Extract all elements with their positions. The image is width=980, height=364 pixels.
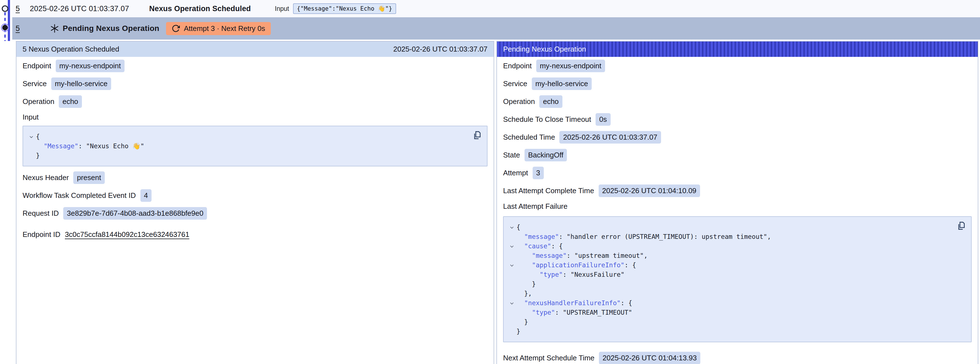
code-content: "Message": "Nexus Echo 👋" [36, 141, 144, 151]
attempt-retry-badge: Attempt 3 · Next Retry 0s [166, 22, 271, 35]
event-input-preview-chip: {"Message":"Nexus Echo 👋"} [293, 3, 396, 14]
field-label: Scheduled Time [503, 133, 555, 142]
event-timeline-gutter [0, 0, 13, 41]
code-gutter [27, 141, 36, 151]
field-label: Service [503, 80, 527, 88]
field-nexus-header: Nexus Header present [22, 169, 487, 187]
event-row-scheduled[interactable]: 5 2025-02-26 UTC 01:03:37.07 Nexus Opera… [12, 0, 980, 17]
field-state: State BackingOff [503, 146, 972, 164]
code-content: "applicationFailureInfo": { [517, 260, 636, 270]
code-content: { [517, 222, 520, 232]
json-code-line: "cause": { [507, 241, 951, 251]
right-panel-header-striped: Pending Nexus Operation [497, 42, 978, 57]
code-gutter [507, 270, 517, 279]
last-attempt-failure-label: Last Attempt Failure [503, 200, 972, 214]
left-panel-title: 5 Nexus Operation Scheduled [22, 45, 119, 54]
collapse-caret[interactable] [507, 260, 517, 270]
copy-icon [473, 131, 482, 140]
event-id-link[interactable]: 5 [16, 5, 20, 13]
collapse-caret[interactable] [507, 241, 517, 251]
collapse-caret[interactable] [507, 222, 517, 232]
copy-input-button[interactable] [472, 130, 482, 141]
left-panel-extra-fields: Nexus Header present Workflow Task Compl… [22, 169, 487, 243]
pending-id-link[interactable]: 5 [16, 24, 20, 33]
field-label: Last Attempt Complete Time [503, 187, 594, 195]
collapse-caret[interactable] [27, 132, 36, 141]
code-content: { [36, 132, 40, 141]
panel-pending-nexus-operation: Pending Nexus Operation Endpoint my-nexu… [496, 41, 978, 364]
code-content: "nexusHandlerFailureInfo": { [517, 298, 632, 308]
field-scheduled-time: Scheduled Time 2025-02-26 UTC 01:03:37.0… [503, 128, 972, 146]
field-value-badge: present [73, 171, 105, 184]
collapse-caret-icon [29, 135, 34, 139]
json-code-line: { [507, 222, 951, 232]
field-label: Endpoint [503, 62, 532, 70]
json-code-line: }, [507, 289, 951, 298]
event-detail-panels: 5 Nexus Operation Scheduled 2025-02-26 U… [16, 41, 978, 364]
event-history-screen: 5 2025-02-26 UTC 01:03:37.07 Nexus Opera… [0, 0, 980, 364]
code-gutter [27, 151, 36, 160]
field-value-badge: 0s [596, 113, 610, 126]
field-label: Request ID [22, 209, 59, 218]
field-value-badge: 3 [533, 167, 544, 179]
json-code-line: } [507, 279, 951, 289]
event-row-pending[interactable]: 5 Pending Nexus Operation Attempt 3 · Ne… [12, 17, 980, 40]
field-next-attempt-schedule-time: Next Attempt Schedule Time 2025-02-26 UT… [503, 349, 972, 364]
input-block-label: Input [22, 110, 487, 125]
field-value-badge: 4 [140, 189, 151, 202]
json-code-line: "Message": "Nexus Echo 👋" [27, 141, 468, 151]
collapse-caret-icon [509, 244, 514, 249]
field-endpoint: Endpoint my-nexus-endpoint [22, 57, 487, 75]
json-code-line: } [507, 327, 951, 336]
timeline-node-scheduled-icon[interactable] [2, 6, 8, 11]
field-label: Endpoint ID [22, 230, 60, 239]
collapse-caret-icon [509, 225, 514, 230]
code-gutter [507, 251, 517, 260]
timeline-active-bar [8, 0, 10, 41]
field-value-badge: BackingOff [525, 149, 567, 161]
code-content: "type": "UPSTREAM_TIMEOUT" [517, 308, 632, 317]
code-content: } [517, 327, 520, 336]
left-panel-timestamp: 2025-02-26 UTC 01:03:37.07 [393, 45, 487, 54]
field-operation: Operation echo [22, 93, 487, 110]
code-gutter [507, 279, 517, 289]
left-panel-body: Endpoint my-nexus-endpoint Service my-he… [16, 57, 494, 243]
code-gutter [507, 308, 517, 317]
field-value-badge: echo [59, 95, 82, 108]
field-schedule-to-close-timeout: Schedule To Close Timeout 0s [503, 110, 972, 128]
field-request-id: Request ID 3e829b7e-7d67-4b08-aad3-b1e86… [22, 204, 487, 222]
field-service: Service my-hello-service [503, 75, 972, 93]
field-label: Attempt [503, 169, 528, 177]
failure-json-viewer: {"message": "handler error (UPSTREAM_TIM… [503, 216, 972, 342]
event-input-label: Input [275, 5, 289, 13]
timeline-node-pending-icon[interactable] [2, 25, 8, 30]
field-label: Nexus Header [22, 173, 69, 182]
field-value-badge: my-nexus-endpoint [56, 60, 124, 72]
field-last-attempt-complete-time: Last Attempt Complete Time 2025-02-26 UT… [503, 182, 972, 200]
pending-title: Pending Nexus Operation [63, 24, 159, 33]
field-label: State [503, 151, 520, 160]
collapse-caret-icon [509, 263, 514, 268]
field-value-badge: echo [539, 95, 562, 108]
json-code-line: { [27, 132, 468, 141]
field-value-badge: 3e829b7e-7d67-4b08-aad3-b1e868bfe9e0 [63, 207, 207, 220]
code-content: } [36, 151, 40, 160]
json-code-line: "message": "upstream timeout", [507, 251, 951, 260]
field-attempt: Attempt 3 [503, 164, 972, 182]
code-content: "message": "handler error (UPSTREAM_TIME… [517, 232, 771, 241]
field-workflow-task-completed-event-id: Workflow Task Completed Event ID 4 [22, 187, 487, 204]
json-code-line: "type": "UPSTREAM_TIMEOUT" [507, 308, 951, 317]
endpoint-id-link[interactable]: 3c0c75ccfa8144b092c13ce632463761 [65, 230, 189, 239]
field-value-badge: my-hello-service [532, 77, 592, 90]
collapse-caret[interactable] [507, 298, 517, 308]
field-value-badge: 2025-02-26 UTC 01:03:37.07 [559, 131, 661, 144]
field-label: Workflow Task Completed Event ID [22, 191, 136, 200]
copy-icon [956, 221, 966, 230]
json-code-line: "message": "handler error (UPSTREAM_TIME… [507, 232, 951, 241]
code-gutter [507, 317, 517, 327]
input-json-viewer: {"Message": "Nexus Echo 👋"} [22, 126, 487, 166]
field-value-badge: my-nexus-endpoint [536, 60, 605, 72]
copy-failure-button[interactable] [956, 221, 967, 231]
code-content: "cause": { [517, 241, 563, 251]
field-label: Endpoint [22, 62, 51, 70]
